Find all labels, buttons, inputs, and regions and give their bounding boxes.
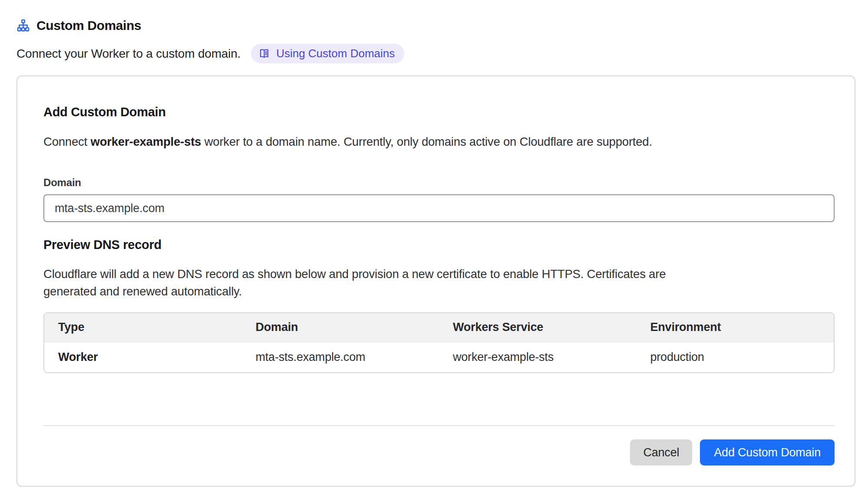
page-subtitle-row: Connect your Worker to a custom domain. … [17,44,855,63]
footer-actions: Cancel Add Custom Domain [43,439,835,465]
docs-link[interactable]: Using Custom Domains [251,44,404,63]
form-description-prefix: Connect [43,135,90,148]
add-custom-domain-button[interactable]: Add Custom Domain [700,439,835,465]
cell-environment: production [637,342,834,372]
cancel-button[interactable]: Cancel [630,439,692,465]
dns-record-table: Type Domain Workers Service Environment … [44,313,834,372]
preview-heading: Preview DNS record [43,237,835,252]
form-description-suffix: worker to a domain name. Currently, only… [201,135,652,148]
form-heading: Add Custom Domain [43,104,835,120]
preview-description-line1: Cloudflare will add a new DNS record as … [43,265,835,283]
cell-type: Worker [44,342,242,372]
column-header-workers-service: Workers Service [439,313,637,342]
dns-record-table-wrap: Type Domain Workers Service Environment … [43,312,835,373]
form-description: Connect worker-example-sts worker to a d… [43,134,835,149]
footer-divider [43,425,835,426]
preview-description-line2: generated and renewed automatically. [43,283,835,300]
column-header-environment: Environment [637,313,834,342]
page-title: Custom Domains [36,18,141,33]
docs-link-label: Using Custom Domains [276,47,395,60]
column-header-type: Type [44,313,242,342]
table-row: Worker mta-sts.example.com worker-exampl… [44,342,834,372]
domain-label: Domain [43,176,835,189]
sitemap-icon [17,19,30,33]
worker-name: worker-example-sts [90,135,201,148]
preview-description: Cloudflare will add a new DNS record as … [43,265,835,300]
add-custom-domain-card: Add Custom Domain Connect worker-example… [17,75,855,487]
cell-workers-service: worker-example-sts [439,342,637,372]
open-book-icon [258,48,270,59]
column-header-domain: Domain [242,313,439,342]
custom-domains-page: Custom Domains Connect your Worker to a … [0,0,868,487]
table-header-row: Type Domain Workers Service Environment [44,313,834,342]
page-header: Custom Domains [17,18,855,33]
domain-field: Domain [43,176,835,222]
cell-domain: mta-sts.example.com [242,342,439,372]
domain-input[interactable] [43,194,835,222]
page-subtitle: Connect your Worker to a custom domain. [17,47,241,61]
